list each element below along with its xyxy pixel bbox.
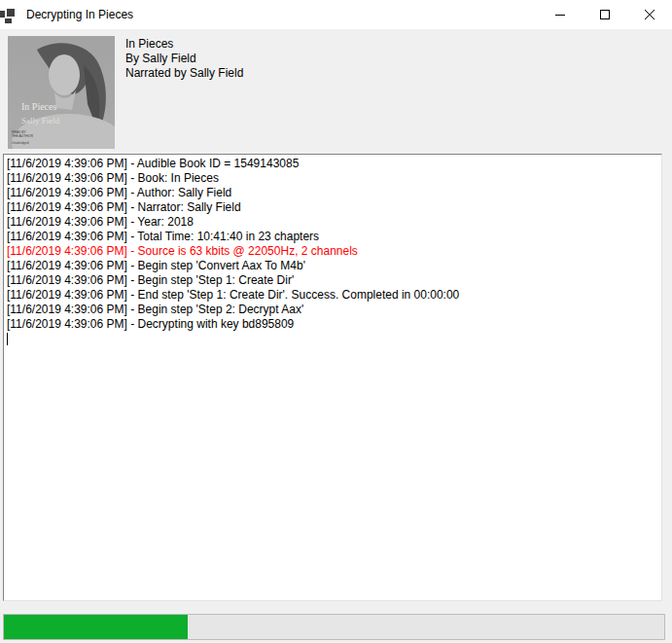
log-line: [11/6/2019 4:39:06 PM] - Audible Book ID… (7, 157, 658, 171)
caption-buttons (538, 0, 672, 29)
log-line: [11/6/2019 4:39:06 PM] - Author: Sally F… (7, 186, 658, 200)
close-button[interactable] (627, 0, 672, 29)
minimize-button[interactable] (538, 0, 583, 29)
log-lines: [11/6/2019 4:39:06 PM] - Audible Book ID… (7, 157, 658, 332)
titlebar[interactable]: Decrypting In Pieces (0, 0, 672, 29)
log-line: [11/6/2019 4:39:06 PM] - Book: In Pieces (7, 171, 658, 186)
app-window: { "colors": { "progress_fill": "#0CAE2C"… (0, 0, 672, 643)
text-caret (7, 333, 8, 345)
log-line: [11/6/2019 4:39:06 PM] - Narrator: Sally… (7, 200, 658, 215)
cover-face-shape (49, 54, 80, 95)
progress-bar (3, 614, 665, 640)
progress-fill (4, 615, 188, 639)
log-line: [11/6/2019 4:39:06 PM] - End step 'Step … (7, 288, 658, 303)
app-icon (0, 7, 15, 23)
log-line: [11/6/2019 4:39:06 PM] - Begin step 'Ste… (7, 303, 658, 317)
book-narrator-line: Narrated by Sally Field (125, 66, 243, 81)
book-meta: In Pieces By Sally Field Narrated by Sal… (125, 37, 243, 81)
window-title: Decrypting In Pieces (26, 8, 538, 21)
minimize-icon (555, 15, 565, 16)
log-line: [11/6/2019 4:39:06 PM] - Decrypting with… (7, 317, 658, 332)
cover-author: Sally Field (21, 116, 60, 125)
log-line: [11/6/2019 4:39:06 PM] - Source is 63 kb… (7, 244, 658, 259)
log-line: [11/6/2019 4:39:06 PM] - Year: 2018 (7, 215, 658, 230)
maximize-button[interactable] (583, 0, 627, 29)
close-icon (644, 9, 655, 20)
log-line: [11/6/2019 4:39:06 PM] - Total Time: 10:… (7, 230, 658, 244)
cover-edition: Unabridged (12, 141, 29, 145)
log-line: [11/6/2019 4:39:06 PM] - Begin step 'Con… (7, 259, 658, 273)
log-line: [11/6/2019 4:39:06 PM] - Begin step 'Ste… (7, 273, 658, 288)
book-title: In Pieces (125, 37, 243, 52)
book-cover-image: In Pieces Sally Field READ BY THE AUTHOR… (8, 36, 115, 149)
log-textbox[interactable]: [11/6/2019 4:39:06 PM] - Audible Book ID… (3, 154, 662, 601)
cover-title: In Pieces (21, 101, 56, 112)
book-author-line: By Sally Field (125, 52, 243, 66)
cover-readby-line2: THE AUTHOR (12, 134, 33, 138)
maximize-icon (600, 10, 610, 19)
